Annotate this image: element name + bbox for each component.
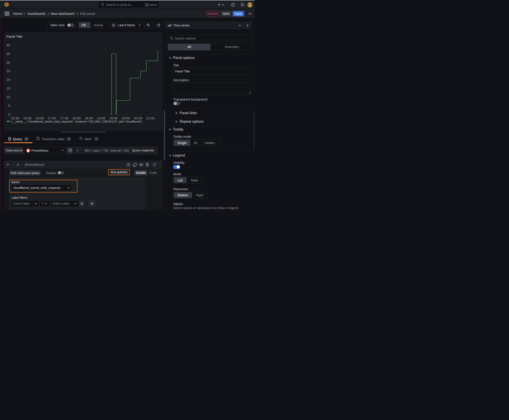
svg-text:21:00: 21:00 xyxy=(146,116,155,120)
svg-text:20: 20 xyxy=(6,78,10,82)
svg-text:17:00: 17:00 xyxy=(48,116,56,120)
svg-text:17:30: 17:30 xyxy=(60,116,68,120)
svg-text:0: 0 xyxy=(8,112,10,116)
svg-text:16:00: 16:00 xyxy=(23,116,32,120)
svg-text:20:30: 20:30 xyxy=(134,116,142,120)
svg-text:15: 15 xyxy=(6,86,10,90)
svg-text:18:30: 18:30 xyxy=(85,116,93,120)
svg-text:19:30: 19:30 xyxy=(109,116,118,120)
svg-text:10: 10 xyxy=(6,95,10,99)
svg-text:5: 5 xyxy=(8,104,10,107)
svg-text:25: 25 xyxy=(6,69,10,73)
svg-text:40: 40 xyxy=(6,43,10,47)
svg-text:18:00: 18:00 xyxy=(72,116,81,120)
svg-text:15:30: 15:30 xyxy=(11,116,19,120)
svg-text:35: 35 xyxy=(6,52,10,56)
svg-text:19:00: 19:00 xyxy=(97,116,106,120)
svg-text:30: 30 xyxy=(6,60,10,64)
svg-text:20:00: 20:00 xyxy=(122,116,130,120)
svg-text:16:30: 16:30 xyxy=(36,116,44,120)
